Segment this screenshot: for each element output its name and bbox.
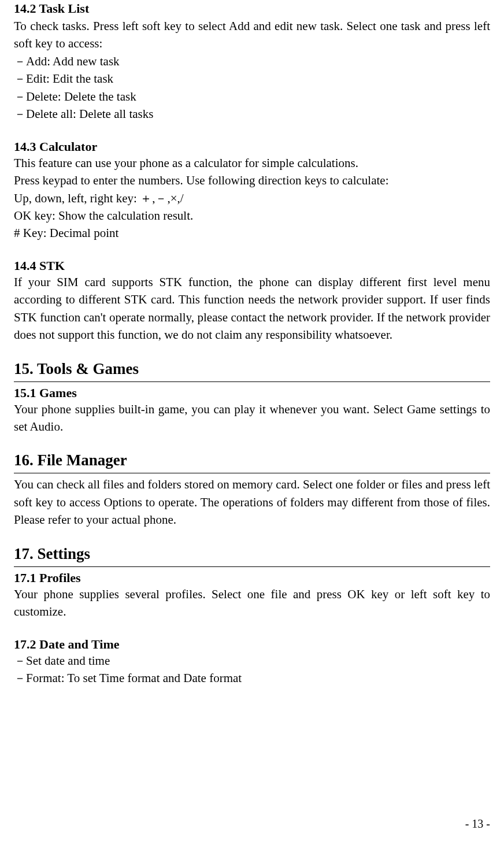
body-16: You can check all files and folders stor… xyxy=(14,476,490,528)
list-item: －Add: Add new task xyxy=(14,53,490,70)
page-number: - 13 - xyxy=(465,817,490,831)
body-line: OK key: Show the calculation result. xyxy=(14,207,490,224)
body-line: # Key: Decimal point xyxy=(14,224,490,242)
heading-14-3: 14.3 Calculator xyxy=(14,138,490,154)
heading-14-2: 14.2 Task List xyxy=(14,0,490,16)
body-line: Press keypad to enter the numbers. Use f… xyxy=(14,172,490,189)
list-item: －Delete: Delete the task xyxy=(14,88,490,105)
heading-15: 15. Tools & Games xyxy=(14,346,490,382)
body-15-1: Your phone supplies built-in game, you c… xyxy=(14,401,490,436)
body-14-4: If your SIM card supports STK function, … xyxy=(14,273,490,344)
body-14-2-intro: To check tasks. Press left soft key to s… xyxy=(14,16,490,53)
heading-17: 17. Settings xyxy=(14,531,490,567)
body-17-1: Your phone supplies several profiles. Se… xyxy=(14,586,490,621)
body-line: This feature can use your phone as a cal… xyxy=(14,154,490,172)
list-item: －Delete all: Delete all tasks xyxy=(14,105,490,123)
heading-16: 16. File Manager xyxy=(14,438,490,473)
document-page: 14.2 Task List To check tasks. Press lef… xyxy=(0,0,504,841)
heading-17-2: 17.2 Date and Time xyxy=(14,636,490,652)
list-item: －Set date and time xyxy=(14,652,490,669)
body-line: Up, down, left, right key: ＋,－,×,/ xyxy=(14,190,490,207)
list-item: －Format: To set Time format and Date for… xyxy=(14,669,490,687)
list-item: －Edit: Edit the task xyxy=(14,70,490,87)
heading-17-1: 17.1 Profiles xyxy=(14,569,490,586)
heading-14-4: 14.4 STK xyxy=(14,257,490,273)
heading-15-1: 15.1 Games xyxy=(14,384,490,401)
